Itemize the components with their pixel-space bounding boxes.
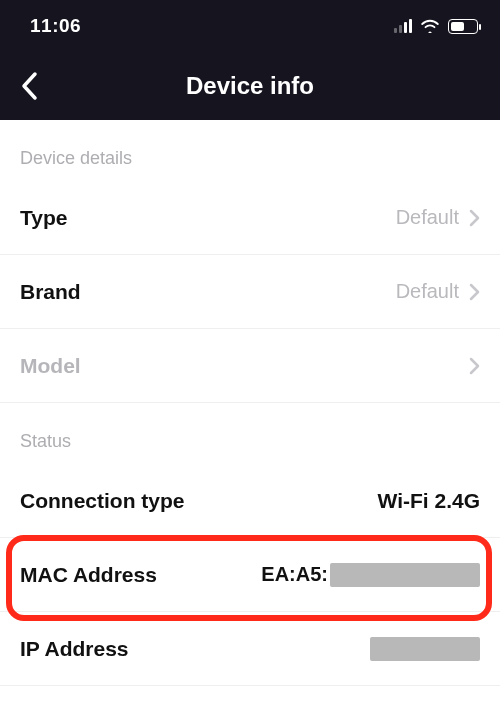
row-ip-label: IP Address bbox=[20, 637, 129, 661]
ip-redacted bbox=[370, 637, 480, 661]
row-brand-label: Brand bbox=[20, 280, 81, 304]
row-ip-address: IP Address bbox=[0, 612, 500, 686]
row-brand-value: Default bbox=[396, 280, 459, 303]
cellular-signal-icon bbox=[394, 19, 412, 33]
wifi-icon bbox=[420, 19, 440, 33]
back-button[interactable] bbox=[10, 66, 50, 106]
chevron-right-icon bbox=[469, 283, 480, 301]
row-type-value: Default bbox=[396, 206, 459, 229]
row-model-label: Model bbox=[20, 354, 81, 378]
mac-prefix: EA:A5: bbox=[261, 563, 328, 586]
content: Device details Type Default Brand Defaul… bbox=[0, 120, 500, 686]
battery-fill bbox=[451, 22, 464, 31]
mac-redacted bbox=[330, 563, 480, 587]
status-bar: 11:06 bbox=[0, 0, 500, 52]
row-model[interactable]: Model bbox=[0, 329, 500, 403]
battery-icon bbox=[448, 19, 478, 34]
chevron-right-icon bbox=[469, 357, 480, 375]
row-connection-type: Connection type Wi-Fi 2.4G bbox=[0, 464, 500, 538]
chevron-right-icon bbox=[469, 209, 480, 227]
row-connection-label: Connection type bbox=[20, 489, 185, 513]
row-mac-label: MAC Address bbox=[20, 563, 157, 587]
row-type-label: Type bbox=[20, 206, 67, 230]
status-icons bbox=[394, 19, 478, 34]
row-type[interactable]: Type Default bbox=[0, 181, 500, 255]
page-title: Device info bbox=[0, 72, 500, 100]
status-time: 11:06 bbox=[30, 15, 81, 37]
section-header-details: Device details bbox=[0, 120, 500, 181]
row-connection-value: Wi-Fi 2.4G bbox=[378, 489, 481, 513]
section-header-status: Status bbox=[0, 403, 500, 464]
row-mac-value: EA:A5: bbox=[261, 563, 480, 587]
nav-bar: Device info bbox=[0, 52, 500, 120]
row-mac-address: MAC Address EA:A5: bbox=[0, 538, 500, 612]
chevron-left-icon bbox=[20, 71, 40, 101]
row-brand[interactable]: Brand Default bbox=[0, 255, 500, 329]
